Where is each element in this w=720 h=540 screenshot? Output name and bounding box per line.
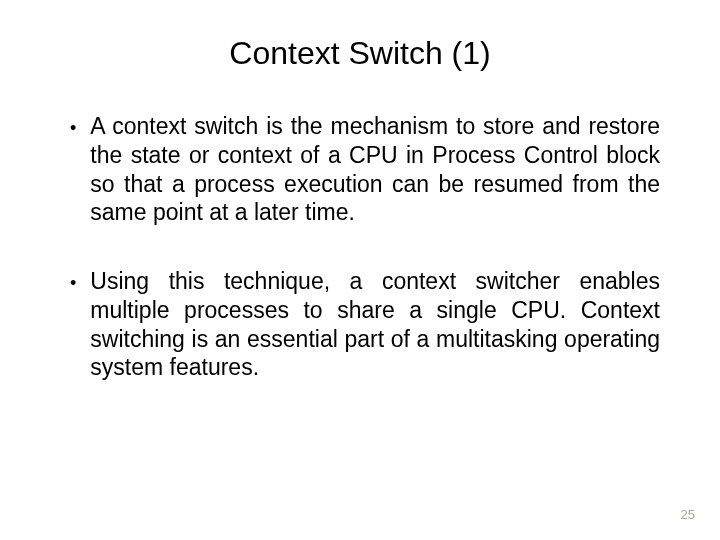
- page-number: 25: [681, 507, 695, 522]
- slide-content: • A context switch is the mechanism to s…: [60, 112, 660, 382]
- bullet-marker-icon: •: [70, 273, 76, 294]
- bullet-item: • Using this technique, a context switch…: [70, 267, 660, 382]
- slide-container: Context Switch (1) • A context switch is…: [0, 0, 720, 540]
- slide-title: Context Switch (1): [60, 35, 660, 72]
- bullet-marker-icon: •: [70, 118, 76, 139]
- bullet-text: Using this technique, a context switcher…: [90, 267, 660, 382]
- bullet-text: A context switch is the mechanism to sto…: [90, 112, 660, 227]
- bullet-item: • A context switch is the mechanism to s…: [70, 112, 660, 227]
